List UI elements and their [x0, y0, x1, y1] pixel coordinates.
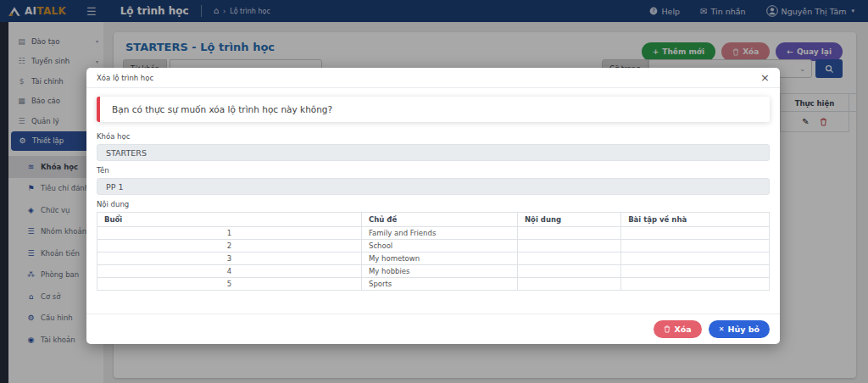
sessions-table: BuổiChủ đềNội dungBài tập về nhà 1 Famil…	[97, 212, 770, 291]
content-table-label: Nội dung	[97, 200, 770, 208]
name-field-label: Tên	[97, 166, 770, 175]
content-cell	[518, 278, 621, 291]
session-number-cell: 4	[97, 265, 362, 278]
topic-cell: My hobbies	[362, 265, 518, 278]
trash-icon	[664, 325, 670, 333]
sessions-table-header-row: BuổiChủ đềNội dungBài tập về nhà	[97, 213, 770, 227]
topic-cell: Sports	[362, 278, 518, 291]
modal-body: Bạn có thực sự muốn xóa lộ trình học này…	[86, 88, 780, 291]
homework-cell	[621, 227, 770, 240]
sessions-table-body: 1 Family and Friends 2 School 3	[97, 227, 770, 291]
homework-cell	[621, 240, 770, 253]
sessions-table-header-cell: Buổi	[97, 213, 362, 227]
x-icon: ✕	[719, 325, 725, 333]
modal-delete-button[interactable]: Xóa	[654, 320, 701, 338]
confirm-alert: Bạn có thực sự muốn xóa lộ trình học này…	[97, 97, 770, 122]
course-field-label: Khóa học	[97, 132, 770, 141]
homework-cell	[621, 278, 770, 291]
content-cell	[518, 253, 621, 265]
content-cell	[518, 240, 621, 253]
modal-delete-label: Xóa	[674, 325, 691, 334]
modal-title: Xóa lộ trình học	[97, 74, 153, 82]
modal-header: Xóa lộ trình học ×	[86, 68, 780, 88]
session-number-cell: 2	[97, 240, 362, 253]
homework-cell	[621, 265, 770, 278]
course-field-value: STARTERS	[106, 148, 147, 158]
sessions-table-row: 5 Sports	[97, 278, 770, 291]
sessions-table-row: 3 My hometown	[97, 253, 770, 265]
name-field: PP 1	[97, 178, 770, 195]
sessions-table-row: 2 School	[97, 240, 770, 253]
homework-cell	[621, 253, 770, 265]
content-cell	[518, 227, 621, 240]
course-field: STARTERS	[97, 144, 770, 161]
sessions-table-header-cell: Nội dung	[518, 213, 621, 227]
sessions-table-row: 1 Family and Friends	[97, 227, 770, 240]
delete-route-modal: Xóa lộ trình học × Bạn có thực sự muốn x…	[86, 68, 780, 344]
content-cell	[518, 265, 621, 278]
name-field-value: PP 1	[106, 182, 124, 192]
confirm-text: Bạn có thực sự muốn xóa lộ trình học này…	[112, 104, 332, 114]
sessions-table-header-cell: Chủ đề	[362, 213, 518, 227]
sessions-table-header-cell: Bài tập về nhà	[621, 213, 770, 227]
topic-cell: My hometown	[362, 253, 518, 265]
topic-cell: School	[362, 240, 518, 253]
session-number-cell: 3	[97, 253, 362, 265]
topic-cell: Family and Friends	[362, 227, 518, 240]
session-number-cell: 5	[97, 278, 362, 291]
close-icon[interactable]: ×	[760, 72, 770, 83]
modal-cancel-button[interactable]: ✕Hủy bỏ	[709, 320, 770, 338]
session-number-cell: 1	[97, 227, 362, 240]
modal-cancel-label: Hủy bỏ	[727, 325, 760, 334]
sessions-table-row: 4 My hobbies	[97, 265, 770, 278]
modal-footer: Xóa ✕Hủy bỏ	[86, 314, 780, 344]
